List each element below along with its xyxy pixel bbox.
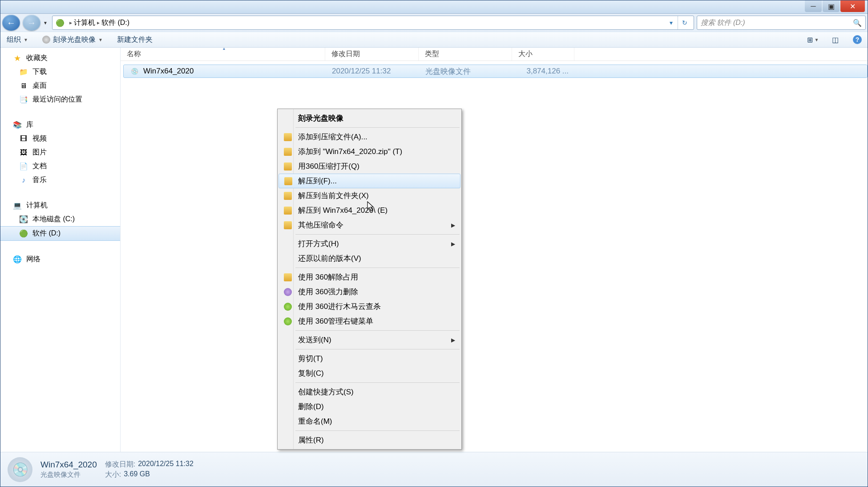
ctx-other-compress[interactable]: 其他压缩命令▶ xyxy=(279,218,460,232)
ctx-restore-previous[interactable]: 还原以前的版本(V) xyxy=(279,251,460,266)
ctx-add-to-archive[interactable]: 添加到压缩文件(A)... xyxy=(279,130,460,144)
menu-separator xyxy=(295,127,460,128)
details-size-label: 大小: xyxy=(105,470,121,479)
sidebar-item-software-d[interactable]: 🟢软件 (D:) xyxy=(0,226,120,241)
menu-separator xyxy=(295,382,460,383)
ctx-copy[interactable]: 复制(C) xyxy=(279,366,460,381)
new-folder-button[interactable]: 新建文件夹 xyxy=(114,33,155,46)
sidebar-favorites-header[interactable]: ★收藏夹 xyxy=(0,51,120,65)
ctx-add-to-zip[interactable]: 添加到 "Win7x64_2020.zip" (T) xyxy=(279,144,460,159)
back-button[interactable]: ← xyxy=(2,15,20,31)
context-menu: 刻录光盘映像 添加到压缩文件(A)... 添加到 "Win7x64_2020.z… xyxy=(277,109,462,450)
file-date-cell: 2020/12/25 11:32 xyxy=(326,66,419,77)
menu-separator xyxy=(295,268,460,268)
sidebar-item-desktop[interactable]: 🖥桌面 xyxy=(0,79,120,93)
column-name[interactable]: 名称▴ xyxy=(121,48,325,61)
ctx-360-manage-menu[interactable]: 使用 360管理右键菜单 xyxy=(279,314,460,329)
column-size[interactable]: 大小 xyxy=(512,48,574,61)
ctx-rename[interactable]: 重命名(M) xyxy=(279,414,460,429)
ctx-open-with[interactable]: 打开方式(H)▶ xyxy=(279,236,460,251)
disc-icon xyxy=(42,36,50,44)
ctx-extract-to-named[interactable]: 解压到 Win7x64_2020\ (E) xyxy=(279,203,460,218)
star-icon: ★ xyxy=(13,54,22,63)
view-mode-button[interactable]: ⊞▼ xyxy=(806,33,820,46)
sidebar-libraries-header[interactable]: 📚库 xyxy=(0,118,120,132)
ctx-360-unlock[interactable]: 使用 360解除占用 xyxy=(279,270,460,284)
details-date-value: 2020/12/25 11:32 xyxy=(138,460,194,469)
sidebar-computer-header[interactable]: 💻计算机 xyxy=(0,199,120,212)
sidebar-network-header[interactable]: 🌐网络 xyxy=(0,252,120,266)
file-type-cell: 光盘映像文件 xyxy=(419,65,513,77)
sidebar-item-downloads[interactable]: 📁下载 xyxy=(0,65,120,79)
breadcrumb-sep-icon: ▸ xyxy=(97,20,100,26)
menu-separator xyxy=(295,349,460,349)
iso-file-icon: 💿 xyxy=(130,67,139,76)
ctx-extract-here[interactable]: 解压到当前文件夹(X) xyxy=(279,188,460,203)
ctx-360-trojan-scan[interactable]: 使用 360进行木马云查杀 xyxy=(279,299,460,314)
ctx-burn-disc-image[interactable]: 刻录光盘映像 xyxy=(279,111,460,126)
search-placeholder: 搜索 软件 (D:) xyxy=(701,18,745,28)
ctx-send-to[interactable]: 发送到(N)▶ xyxy=(279,333,460,347)
toolbar: 组织▼ 刻录光盘映像▼ 新建文件夹 ⊞▼ ◫ ? xyxy=(0,32,868,48)
ctx-create-shortcut[interactable]: 创建快捷方式(S) xyxy=(279,385,460,399)
scan-icon xyxy=(283,302,293,312)
archive-icon xyxy=(283,206,293,215)
forward-button[interactable]: → xyxy=(23,15,40,31)
folder-icon: 📁 xyxy=(19,68,28,77)
menu-separator xyxy=(295,430,460,431)
ctx-extract-to[interactable]: 解压到(F)... xyxy=(279,174,460,188)
breadcrumb-drive[interactable]: 软件 (D:) xyxy=(101,18,129,28)
archive-icon xyxy=(283,132,293,142)
address-dropdown-icon[interactable]: ▾ xyxy=(664,16,678,29)
details-date-label: 修改日期: xyxy=(105,460,135,469)
sidebar-item-local-c[interactable]: 💽本地磁盘 (C:) xyxy=(0,212,120,226)
file-name-cell: 💿 Win7x64_2020 xyxy=(124,66,326,77)
sidebar-item-music[interactable]: ♪音乐 xyxy=(0,173,120,187)
picture-icon: 🖼 xyxy=(19,148,28,157)
archive-icon xyxy=(283,147,293,157)
sidebar-item-recent[interactable]: 📑最近访问的位置 xyxy=(0,93,120,106)
sort-indicator-icon: ▴ xyxy=(223,48,225,51)
computer-icon: 💻 xyxy=(13,201,22,210)
sidebar-item-pictures[interactable]: 🖼图片 xyxy=(0,146,120,159)
breadcrumb-computer[interactable]: 计算机 xyxy=(74,18,95,28)
ctx-open-with-360zip[interactable]: 用360压缩打开(Q) xyxy=(279,159,460,174)
document-icon: 📄 xyxy=(19,162,28,171)
archive-icon xyxy=(283,162,293,171)
help-button[interactable]: ? xyxy=(851,33,864,46)
ctx-360-force-delete[interactable]: 使用 360强力删除 xyxy=(279,284,460,299)
menu-separator xyxy=(295,330,460,331)
chevron-down-icon: ▼ xyxy=(98,37,103,42)
recent-icon: 📑 xyxy=(19,95,28,104)
ctx-cut[interactable]: 剪切(T) xyxy=(279,351,460,366)
ctx-properties[interactable]: 属性(R) xyxy=(279,433,460,447)
details-pane: 💿 Win7x64_2020 光盘映像文件 修改日期:2020/12/25 11… xyxy=(0,452,868,487)
ctx-delete[interactable]: 删除(D) xyxy=(279,399,460,414)
archive-icon xyxy=(283,191,293,201)
nav-row: ← → ▼ 🟢 ▸ 计算机 ▸ 软件 (D:) ▾ ↻ 搜索 软件 (D:) 🔍 xyxy=(0,14,868,32)
refresh-button[interactable]: ↻ xyxy=(678,16,691,29)
minimize-button[interactable]: ─ xyxy=(805,0,822,12)
submenu-arrow-icon: ▶ xyxy=(451,241,455,247)
preview-pane-button[interactable]: ◫ xyxy=(828,33,842,46)
maximize-button[interactable]: ▣ xyxy=(823,0,840,12)
submenu-arrow-icon: ▶ xyxy=(451,222,455,228)
video-icon: 🎞 xyxy=(19,134,28,143)
column-date[interactable]: 修改日期 xyxy=(325,48,419,61)
drive-icon: 💽 xyxy=(19,215,28,224)
search-input[interactable]: 搜索 软件 (D:) 🔍 xyxy=(697,16,866,30)
file-list-pane: 名称▴ 修改日期 类型 大小 💿 Win7x64_2020 2020/12/25… xyxy=(121,48,868,452)
drive-icon: 🟢 xyxy=(19,229,28,238)
file-row[interactable]: 💿 Win7x64_2020 2020/12/25 11:32 光盘映像文件 3… xyxy=(123,65,868,78)
chevron-down-icon: ▼ xyxy=(815,37,819,42)
sidebar-item-documents[interactable]: 📄文档 xyxy=(0,159,120,173)
close-button[interactable]: ✕ xyxy=(840,0,865,12)
nav-history-dropdown[interactable]: ▼ xyxy=(43,20,49,25)
address-bar[interactable]: 🟢 ▸ 计算机 ▸ 软件 (D:) ▾ ↻ xyxy=(52,16,694,30)
column-type[interactable]: 类型 xyxy=(419,48,512,61)
archive-icon xyxy=(283,176,293,186)
organize-menu[interactable]: 组织▼ xyxy=(4,33,31,46)
sidebar-item-videos[interactable]: 🎞视频 xyxy=(0,132,120,146)
library-icon: 📚 xyxy=(13,121,22,130)
burn-image-button[interactable]: 刻录光盘映像▼ xyxy=(40,33,105,46)
